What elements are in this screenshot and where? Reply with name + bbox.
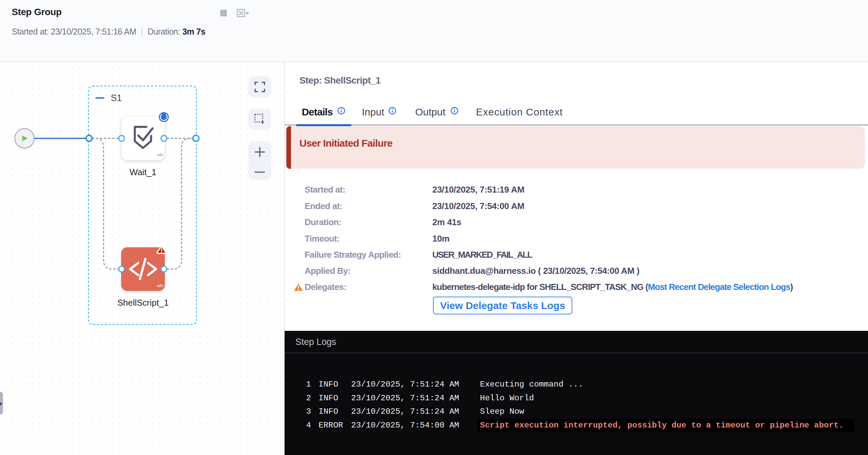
svg-text:</>: </> [157,152,163,157]
svg-text:</>: </> [157,283,163,288]
svg-text:S1: S1 [111,93,122,103]
svg-text:Wait_1: Wait_1 [130,167,156,177]
svg-text:ShellScript_1: ShellScript_1 [117,298,168,308]
